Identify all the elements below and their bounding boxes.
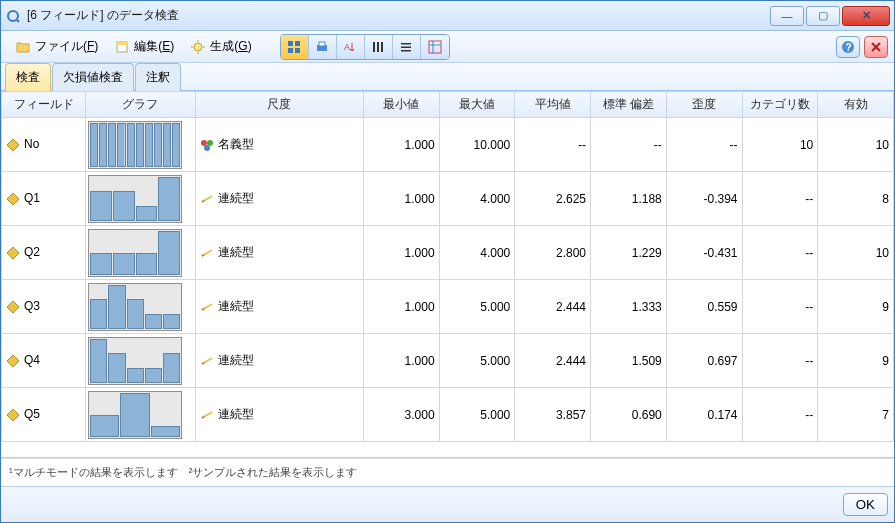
table-row[interactable]: Q1 連続型 1.000 4.000 2.625 1.188 -0.394 --… [2,172,894,226]
tool-list-icon[interactable] [393,35,421,59]
field-type-icon [6,408,20,422]
menubar: ファイル(F) 編集(E) 生成(G) A ? [1,31,894,63]
svg-rect-16 [401,46,411,48]
table-header-row: フィールド グラフ 尺度 最小値 最大値 平均値 標準 偏差 歪度 カテゴリ数 … [2,92,894,118]
svg-point-28 [204,145,210,151]
svg-rect-10 [319,42,325,46]
col-field[interactable]: フィールド [2,92,86,118]
tab-audit[interactable]: 検査 [5,63,51,91]
cell-mean: -- [515,118,591,172]
svg-marker-25 [7,139,19,151]
cell-sd: 1.333 [591,280,667,334]
table-row[interactable]: Q5 連続型 3.000 5.000 3.857 0.690 0.174 -- … [2,388,894,442]
cell-ncat: -- [742,172,818,226]
svg-point-26 [201,140,207,146]
svg-rect-17 [401,50,411,52]
cell-max: 5.000 [439,388,515,442]
table-row[interactable]: Q4 連続型 1.000 5.000 2.444 1.509 0.697 -- … [2,334,894,388]
cell-min: 3.000 [363,388,439,442]
table-row[interactable]: Q2 連続型 1.000 4.000 2.800 1.229 -0.431 --… [2,226,894,280]
cell-min: 1.000 [363,226,439,280]
col-max[interactable]: 最大値 [439,92,515,118]
table-row[interactable]: Q3 連続型 1.000 5.000 2.444 1.333 0.559 -- … [2,280,894,334]
cell-skew: 0.174 [666,388,742,442]
cell-field: Q1 [2,172,86,226]
svg-rect-7 [288,48,293,53]
tool-print[interactable] [309,35,337,59]
tool-view-grid[interactable] [281,35,309,59]
cell-sd: 1.509 [591,334,667,388]
cell-min: 1.000 [363,334,439,388]
cell-valid: 8 [818,172,894,226]
table-row[interactable]: No 名義型 1.000 10.000 -- -- -- 10 10 [2,118,894,172]
generate-icon [190,39,206,55]
svg-text:A: A [344,42,350,52]
tool-bars-icon[interactable] [365,35,393,59]
menu-edit[interactable]: 編集(E) [106,36,182,57]
maximize-button[interactable]: ▢ [806,6,840,26]
cell-sd: -- [591,118,667,172]
cell-sd: 1.188 [591,172,667,226]
cell-graph [86,226,195,280]
dialog-window: [6 フィールド] のデータ検査 ― ▢ ✕ ファイル(F) 編集(E) 生成(… [0,0,895,523]
close-icon: ✕ [862,9,871,22]
col-min[interactable]: 最小値 [363,92,439,118]
maximize-icon: ▢ [818,9,828,22]
table-scroll[interactable]: フィールド グラフ 尺度 最小値 最大値 平均値 標準 偏差 歪度 カテゴリ数 … [1,91,894,458]
tab-annotation[interactable]: 注釈 [135,63,181,91]
svg-rect-3 [117,42,127,45]
svg-rect-12 [373,42,375,52]
cell-ncat: -- [742,226,818,280]
svg-marker-29 [7,193,19,205]
cell-measure: 連続型 [195,172,363,226]
cell-mean: 3.857 [515,388,591,442]
cell-measure: 連続型 [195,280,363,334]
measure-icon [200,354,214,368]
minimize-button[interactable]: ― [770,6,804,26]
toolbar-group: A [280,34,450,60]
cell-skew: -0.431 [666,226,742,280]
col-mean[interactable]: 平均値 [515,92,591,118]
cell-valid: 9 [818,280,894,334]
col-ncat[interactable]: カテゴリ数 [742,92,818,118]
cell-field: Q2 [2,226,86,280]
cell-mean: 2.800 [515,226,591,280]
ok-button[interactable]: OK [843,493,888,516]
close-window-button[interactable]: ✕ [842,6,890,26]
svg-rect-6 [295,41,300,46]
cell-valid: 10 [818,226,894,280]
col-sd[interactable]: 標準 偏差 [591,92,667,118]
cell-ncat: -- [742,334,818,388]
tool-table-icon[interactable] [421,35,449,59]
mini-chart [88,337,182,385]
app-icon [5,8,21,24]
menu-file[interactable]: ファイル(F) [7,36,106,57]
cell-skew: 0.697 [666,334,742,388]
cell-skew: -0.394 [666,172,742,226]
minimize-icon: ― [782,10,793,22]
cell-sd: 0.690 [591,388,667,442]
cell-field: No [2,118,86,172]
svg-marker-38 [7,355,19,367]
tab-missing[interactable]: 欠損値検査 [52,63,134,91]
cell-measure: 名義型 [195,118,363,172]
cell-max: 5.000 [439,334,515,388]
col-valid[interactable]: 有効 [818,92,894,118]
menu-generate[interactable]: 生成(G) [182,36,259,57]
tool-sort[interactable]: A [337,35,365,59]
measure-icon [200,246,214,260]
cell-measure: 連続型 [195,388,363,442]
cell-max: 4.000 [439,172,515,226]
audit-table: フィールド グラフ 尺度 最小値 最大値 平均値 標準 偏差 歪度 カテゴリ数 … [1,91,894,442]
col-graph[interactable]: グラフ [86,92,195,118]
help-button[interactable]: ? [836,36,860,58]
cell-max: 5.000 [439,280,515,334]
cell-mean: 2.444 [515,334,591,388]
close-dialog-button[interactable] [864,36,888,58]
col-skew[interactable]: 歪度 [666,92,742,118]
field-type-icon [6,192,20,206]
svg-rect-14 [381,42,383,52]
field-type-icon [6,246,20,260]
cell-mean: 2.625 [515,172,591,226]
col-measure[interactable]: 尺度 [195,92,363,118]
